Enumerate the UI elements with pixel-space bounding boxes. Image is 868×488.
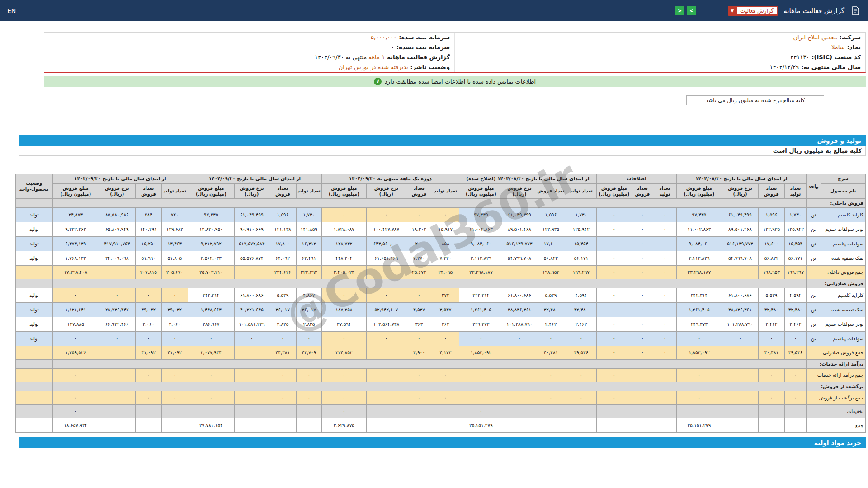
table-cell: ۳,۵۳۷ xyxy=(432,302,459,317)
table-cell: ۶,۳۷۳,۱۳۹ xyxy=(52,236,99,251)
table-cell: جمع درآمد ارائه خدمات xyxy=(807,368,866,382)
table-cell: ۰ xyxy=(321,288,366,302)
table-cell: ۵۶,۸۲۲ xyxy=(759,251,785,265)
table-cell: ۹,۰۸۴,۰۶۰ xyxy=(676,236,722,251)
signed-info-notice-text: اطلاعات نمایش داده شده با اطلاعات امضا ش… xyxy=(385,78,536,85)
table-cell xyxy=(503,418,536,432)
table-cell: ۰ xyxy=(722,331,759,346)
table-cell: ۱۷,۸۰۰ xyxy=(269,236,296,251)
table-cell: ۵,۵۳۹ xyxy=(536,288,566,302)
table-cell xyxy=(722,368,759,382)
table-cell: ۰ xyxy=(52,404,99,418)
table-cell: ۲۷۳ xyxy=(432,288,459,302)
table-cell xyxy=(596,418,632,432)
table-cell: ۲۸,۷۳۶,۴۴۷ xyxy=(99,302,135,317)
header-cell: شرح xyxy=(821,174,866,184)
table-cell: ۰ xyxy=(596,346,632,359)
section-row: فروش صادراتی: xyxy=(15,279,865,288)
table-cell: ۱۵,۴۵۴ xyxy=(566,236,596,251)
table-cell: ۲۵,۷۰۳,۲۱۰ xyxy=(188,265,234,279)
table-row: سولفات پتاسیمتن۱۵,۴۵۴۱۷,۶۰۰۵۱۶,۱۳۹,۷۷۳۹,… xyxy=(15,236,865,251)
section-row: برگشت از فروش: xyxy=(15,382,865,391)
table-cell xyxy=(653,391,676,404)
table-cell: ۰ xyxy=(321,404,366,418)
table-cell xyxy=(632,368,653,382)
table-cell: ۱۲۵,۹۴۲ xyxy=(785,222,807,236)
table-cell xyxy=(503,404,536,418)
table-cell: ۱۰۱,۲۸۸,۷۹۰ xyxy=(503,317,536,331)
table-cell: ۷۲۰ xyxy=(161,207,188,222)
table-cell: ۹,۲۳۲,۲۶۳ xyxy=(52,222,99,236)
header-cell: از ابتدای سال مالی تا تاریخ ۱۴۰۴/۰۸/۳۰ xyxy=(676,174,806,184)
table-cell: تن xyxy=(807,317,821,331)
table-cell: ۳۶۳ xyxy=(406,317,432,331)
table-cell: ۴۴۸,۲۰۴ xyxy=(321,251,366,265)
table-cell: تولید xyxy=(15,251,52,265)
table-cell: ۲۲۳,۳۹۲ xyxy=(296,265,321,279)
table-cell: ۳۲,۴۸۰ xyxy=(536,302,566,317)
table-cell: ۴۳,۷۰۹ xyxy=(296,346,321,359)
table-cell: ۰ xyxy=(759,331,785,346)
table-cell xyxy=(566,418,596,432)
table-row: تخفیفات۰۰۰ xyxy=(15,404,865,418)
table-cell: ۱۳۹,۶۸۲ xyxy=(161,222,188,236)
table-cell xyxy=(135,418,161,432)
table-cell: ۰ xyxy=(406,391,432,404)
table-cell xyxy=(632,404,653,418)
info-icon: i xyxy=(374,78,382,85)
table-cell: ۰ xyxy=(676,391,722,404)
table-cell: ۱۰۳,۵۶۴,۷۳۸ xyxy=(366,317,406,331)
info-row: نماد:شاملاسرمایه ثبت نشده:۰ xyxy=(44,42,865,52)
table-cell: ۲۰۰ xyxy=(406,236,432,251)
table-cell: ۵۱,۹۹۰ xyxy=(135,251,161,265)
table-cell xyxy=(632,391,653,404)
table-cell: ۱۲,۸۳۰,۹۵۰ xyxy=(188,222,234,236)
table-cell: ۱۵,۹۱۷ xyxy=(432,222,459,236)
signed-info-notice: اطلاعات نمایش داده شده با اطلاعات امضا ش… xyxy=(44,76,866,87)
table-cell: ۰ xyxy=(596,368,632,382)
language-toggle-en[interactable]: EN xyxy=(7,7,16,14)
table-cell xyxy=(432,418,459,432)
previous-report-button[interactable]: < xyxy=(675,6,684,15)
table-cell: ۰ xyxy=(536,391,566,404)
table-cell: پودر سولفات سدیم xyxy=(821,222,866,236)
table-cell: ۰ xyxy=(269,331,296,346)
table-cell: ۰ xyxy=(321,368,366,382)
header-cell: مبلغ فروش (میلیون ریال) xyxy=(459,183,503,198)
table-cell: ۰ xyxy=(596,331,632,346)
table-cell: ۲,۰۶۰ xyxy=(161,317,188,331)
table-cell: ۵,۵۳۹ xyxy=(269,288,296,302)
table-cell: ۱۵,۴۵۴ xyxy=(785,236,807,251)
table-cell: ۱۹۹,۲۹۷ xyxy=(785,265,807,279)
table-cell xyxy=(722,265,759,279)
table-cell xyxy=(722,391,759,404)
table-cell xyxy=(722,404,759,418)
table-cell: تولید xyxy=(15,317,52,331)
table-cell: ۰ xyxy=(234,331,269,346)
table-cell: ۲۲۴,۶۲۶ xyxy=(269,265,296,279)
table-cell xyxy=(234,391,269,404)
table-cell: ۷,۲۷۰ xyxy=(406,251,432,265)
table-cell: ۳۶۳ xyxy=(432,317,459,331)
table-cell: ۴۱,۰۹۲ xyxy=(135,346,161,359)
header-cell: دوره یک ماهه منتهی به ۱۴۰۴/۰۹/۳۰ xyxy=(321,174,459,184)
table-cell: ۰ xyxy=(459,391,503,404)
next-report-button[interactable]: > xyxy=(687,6,696,15)
report-type-dropdown[interactable]: گزارش فعالیت ▼ xyxy=(728,6,778,16)
table-cell: ۲۸۶,۹۶۷ xyxy=(188,317,234,331)
info-row: شرکت:معدني املاح ایرانسرمایه ثبت شده:۵,۰… xyxy=(44,33,865,42)
table-cell: ۴,۱۷۳ xyxy=(432,346,459,359)
table-cell: ۶۵,۸۰۷,۹۴۹ xyxy=(99,222,135,236)
info-cell: نماد:شاملا xyxy=(455,42,865,52)
table-cell: ۶۱,۸۰۰,۶۸۶ xyxy=(722,288,759,302)
table-cell: ۲,۰۷۷,۹۴۴ xyxy=(188,346,234,359)
table-unit-note: کلیه مبالغ به میلیون ریال است xyxy=(19,146,866,156)
table-cell: ۵۶,۸۲۲ xyxy=(536,251,566,265)
table-cell: ۰ xyxy=(135,288,161,302)
table-cell: تن xyxy=(807,207,821,222)
table-cell: ۰ xyxy=(632,265,653,279)
table-cell: ۰ xyxy=(653,236,676,251)
header-cell: تعداد فروش xyxy=(536,183,566,198)
table-cell: جمع فروش صادراتی xyxy=(807,346,866,359)
table-row: پودر سولفات سدیمتن۲,۴۶۲۲,۴۶۲۱۰۱,۲۸۸,۷۹۰۲… xyxy=(15,317,865,331)
